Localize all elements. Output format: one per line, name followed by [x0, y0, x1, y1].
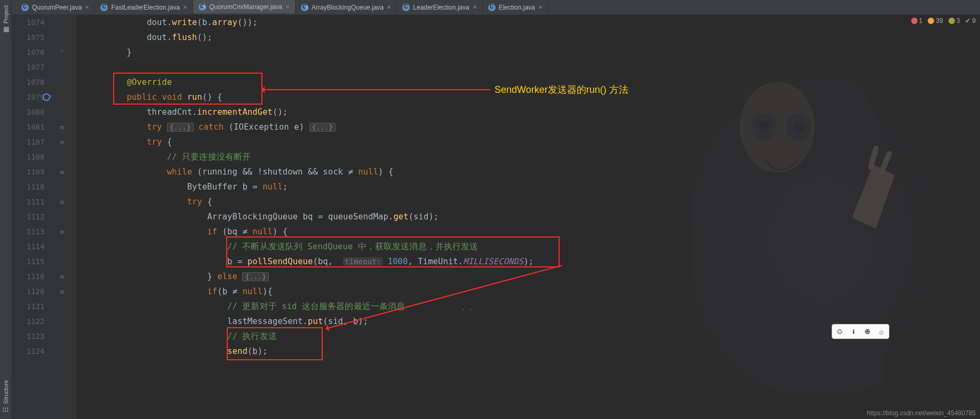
override-marker-icon[interactable] — [43, 93, 50, 101]
close-icon[interactable]: ✕ — [183, 4, 187, 10]
close-icon[interactable]: ✕ — [538, 4, 543, 10]
parameter-hint: timeout: — [343, 257, 383, 266]
fold-icon[interactable]: ⊟ — [49, 169, 75, 176]
editor-tab-bar: QuorumPeer.java✕FastLeaderElection.java✕… — [12, 0, 980, 15]
code-line[interactable]: b = pollSendQueue(bq, timeout: 1000, Tim… — [76, 254, 980, 269]
code-line[interactable]: if (bq ≠ null) { — [76, 224, 980, 239]
editor-tab[interactable]: FastLeaderElection.java✕ — [95, 0, 193, 14]
gutter-row: 1112 — [12, 209, 75, 224]
code-line[interactable]: } — [76, 45, 980, 60]
warning-icon — [928, 18, 934, 24]
face-smile-icon[interactable]: ☺ — [833, 326, 846, 337]
checkmark-icon: ✔ — [965, 17, 970, 25]
editor-tab[interactable]: ArrayBlockingQueue.java✕ — [296, 0, 397, 14]
code-line[interactable]: try { — [76, 135, 980, 149]
editor-tab[interactable]: LeaderElection.java✕ — [397, 0, 482, 14]
floating-toolbar: ☺ ⬇ ☻ ✩ — [832, 324, 889, 339]
folded-region[interactable]: {...} — [309, 123, 336, 132]
annotation-dots: . . — [461, 304, 473, 312]
code-line[interactable]: // 更新对于 sid 这台服务器的最近一条消息 — [76, 299, 980, 314]
gutter-row: 1075 — [12, 30, 75, 45]
line-number: 1078 — [12, 78, 49, 86]
close-icon[interactable]: ✕ — [387, 4, 391, 10]
code-line[interactable]: // 不断从发送队列 SendQueue 中，获取发送消息，并执行发送 — [76, 239, 980, 254]
line-number: 1080 — [12, 108, 49, 116]
gutter-row: 1110 — [12, 179, 75, 194]
editor-tab[interactable]: QuorumCnxManager.java✕ — [193, 0, 296, 14]
bookmark-icon[interactable]: ✩ — [875, 326, 888, 337]
code-line[interactable]: if(b ≠ null){ — [76, 284, 980, 299]
line-number: 1112 — [12, 212, 49, 221]
line-number: 1116 — [12, 272, 49, 281]
code-line[interactable]: } else {...} — [76, 269, 980, 284]
gutter-row: 1076⌃ — [12, 45, 75, 60]
line-number: 1108 — [12, 153, 49, 161]
folded-region[interactable]: {...} — [242, 272, 269, 281]
java-class-icon — [100, 4, 108, 11]
line-number: 1074 — [12, 18, 49, 27]
line-number: 1120 — [12, 287, 49, 296]
fold-icon[interactable]: ⌃ — [49, 49, 75, 56]
gutter-row: 1079 — [12, 90, 75, 105]
code-line[interactable]: try { — [76, 194, 980, 209]
line-number: 1107 — [12, 138, 49, 146]
code-line[interactable] — [76, 60, 980, 75]
java-class-icon — [301, 4, 308, 11]
face-icon[interactable]: ☻ — [861, 326, 874, 337]
line-number: 1075 — [12, 33, 49, 42]
code-line[interactable]: send(b); — [76, 344, 980, 359]
tab-label: LeaderElection.java — [413, 4, 469, 11]
code-line[interactable]: ArrayBlockingQueue bq = queueSendMap.get… — [76, 209, 980, 224]
gutter: 107410751076⌃10771078107910801081⊟1107⊟1… — [12, 15, 76, 419]
editor-tab[interactable]: QuorumPeer.java✕ — [16, 0, 95, 14]
tab-label: Election.java — [499, 4, 535, 11]
java-class-icon — [21, 4, 29, 11]
gutter-row: 1122 — [12, 314, 75, 329]
gutter-row: 1077 — [12, 60, 75, 75]
gutter-row: 1080 — [12, 105, 75, 120]
line-number: 1122 — [12, 317, 49, 326]
code-line[interactable]: ByteBuffer b = null; — [76, 179, 980, 194]
code-line[interactable]: dout.write(b.array()); — [76, 15, 980, 30]
line-number: 1114 — [12, 242, 49, 251]
gutter-row: 1115 — [12, 254, 75, 269]
gutter-row: 1111⊟ — [12, 194, 75, 209]
code-area[interactable]: dout.write(b.array()); dout.flush(); } @… — [76, 15, 980, 419]
fold-icon[interactable]: ⊟ — [49, 199, 75, 205]
fold-icon[interactable]: ⊟ — [49, 124, 75, 131]
tab-label: ArrayBlockingQueue.java — [312, 4, 384, 11]
editor-tab[interactable]: Election.java✕ — [483, 0, 548, 14]
fold-icon[interactable]: ⊟ — [49, 228, 75, 235]
java-class-icon — [488, 4, 496, 11]
gutter-row: 1074 — [12, 15, 75, 30]
gutter-row: 1109⊟ — [12, 164, 75, 179]
code-line[interactable]: while (running && !shutdown && sock ≠ nu… — [76, 164, 980, 179]
gutter-row: 1124 — [12, 344, 75, 359]
line-number: 1121 — [12, 302, 49, 311]
folded-region[interactable]: {...} — [167, 123, 194, 132]
close-icon[interactable]: ✕ — [473, 4, 477, 10]
tab-label: QuorumCnxManager.java — [209, 3, 282, 11]
tool-structure[interactable]: ☷ Structure — [0, 375, 11, 419]
code-line[interactable]: dout.flush(); — [76, 30, 980, 45]
fold-icon[interactable]: ⊟ — [49, 273, 75, 280]
gutter-row: 1121 — [12, 299, 75, 314]
code-line[interactable]: // 只要连接没有断开 — [76, 149, 980, 164]
gutter-row: 1081⊟ — [12, 120, 75, 135]
code-line[interactable]: try {...} catch (IOException e) {...} — [76, 120, 980, 135]
gutter-row: 1108 — [12, 149, 75, 164]
fold-icon[interactable]: ⊟ — [49, 288, 75, 295]
code-editor: 1 39 3 ✔9 107410751076⌃10771078107910801… — [12, 15, 980, 419]
line-number: 1115 — [12, 257, 49, 266]
problems-indicator[interactable]: 1 39 3 ✔9 — [911, 17, 976, 25]
line-number: 1077 — [12, 63, 49, 72]
close-icon[interactable]: ✕ — [85, 4, 89, 10]
close-icon[interactable]: ✕ — [285, 4, 290, 10]
line-number: 1110 — [12, 183, 49, 191]
tool-project[interactable]: ▦ Project — [0, 0, 11, 38]
annotation-callout: SendWorker发送器的run() 方法 — [495, 83, 628, 96]
line-number: 1124 — [12, 347, 49, 355]
download-icon[interactable]: ⬇ — [847, 326, 860, 337]
fold-icon[interactable]: ⊟ — [49, 139, 75, 146]
code-line[interactable]: threadCnt.incrementAndGet(); — [76, 105, 980, 120]
